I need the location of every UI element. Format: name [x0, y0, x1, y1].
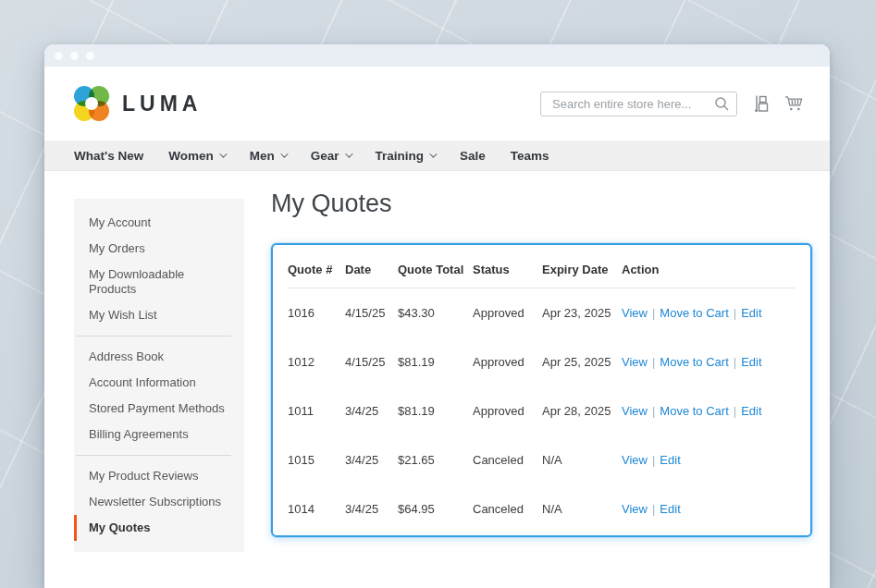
cell-date: 3/4/25: [345, 484, 398, 533]
cell-status: Approved: [473, 288, 542, 337]
table-row: 1011 3/4/25 $81.19 Approved Apr 28, 2025…: [288, 386, 796, 435]
action-separator: |: [652, 306, 655, 320]
action-view-link[interactable]: View: [622, 355, 648, 369]
nav-item-gear[interactable]: Gear: [311, 149, 351, 163]
cell-actions: View|Edit: [622, 435, 796, 484]
sidebar-item-stored-payment-methods[interactable]: Stored Payment Methods: [74, 396, 244, 422]
luma-logo-text: LUMA: [122, 92, 202, 116]
account-sidebar: My Account My Orders My Downloadable Pro…: [74, 199, 244, 552]
action-view-link[interactable]: View: [622, 453, 648, 467]
table-row: 1012 4/15/25 $81.19 Approved Apr 25, 202…: [288, 337, 796, 386]
window-control-dot[interactable]: [86, 52, 94, 60]
main-nav: What's New Women Men Gear Training Sale …: [44, 141, 830, 171]
sidebar-item-my-wish-list[interactable]: My Wish List: [74, 302, 244, 328]
action-edit-link[interactable]: Edit: [660, 502, 680, 516]
action-edit-link[interactable]: Edit: [741, 355, 761, 369]
quick-order-icon[interactable]: [752, 94, 770, 114]
col-header-status: Status: [473, 251, 542, 288]
cell-status: Canceled: [473, 484, 542, 533]
sidebar-item-my-account[interactable]: My Account: [74, 210, 244, 236]
search-input[interactable]: [540, 92, 737, 116]
action-separator: |: [652, 404, 655, 418]
sidebar-divider: [76, 455, 231, 456]
nav-item-whats-new[interactable]: What's New: [74, 149, 143, 163]
search-box: [540, 92, 737, 116]
nav-label: Women: [168, 149, 214, 163]
cell-quote-number: 1011: [288, 386, 345, 435]
action-view-link[interactable]: View: [622, 404, 648, 418]
action-separator: |: [734, 306, 736, 320]
chevron-down-icon: [219, 150, 227, 157]
main-panel: My Quotes Quote # Date Quote Total Statu…: [271, 171, 830, 537]
luma-logo[interactable]: LUMA: [74, 86, 202, 121]
action-view-link[interactable]: View: [622, 502, 648, 516]
nav-item-training[interactable]: Training: [376, 149, 436, 163]
nav-label: Sale: [460, 149, 486, 163]
cell-quote-total: $81.19: [398, 337, 473, 386]
sidebar-item-my-orders[interactable]: My Orders: [74, 236, 244, 262]
action-edit-link[interactable]: Edit: [741, 404, 761, 418]
sidebar-item-account-information[interactable]: Account Information: [74, 370, 244, 396]
cell-status: Approved: [473, 337, 542, 386]
window-control-dot[interactable]: [70, 52, 79, 60]
nav-label: What's New: [74, 149, 143, 163]
action-separator: |: [734, 355, 736, 369]
nav-label: Gear: [311, 149, 339, 163]
quotes-table: Quote # Date Quote Total Status Expiry D…: [288, 251, 796, 533]
col-header-date: Date: [345, 251, 398, 288]
browser-window: LUMA: [44, 44, 830, 588]
cell-date: 3/4/25: [345, 435, 398, 484]
store-header: LUMA: [44, 67, 830, 141]
header-actions: [540, 92, 803, 116]
cart-icon[interactable]: [784, 95, 803, 113]
col-header-action: Action: [622, 251, 796, 288]
cell-date: 3/4/25: [345, 386, 398, 435]
table-row: 1016 4/15/25 $43.30 Approved Apr 23, 202…: [288, 288, 796, 337]
window-control-dot[interactable]: [55, 52, 63, 60]
cell-expiry-date: N/A: [542, 435, 622, 484]
action-edit-link[interactable]: Edit: [741, 306, 761, 320]
quotes-table-card: Quote # Date Quote Total Status Expiry D…: [271, 243, 812, 537]
action-move-to-cart-link[interactable]: Move to Cart: [660, 355, 728, 369]
nav-item-men[interactable]: Men: [250, 149, 286, 163]
nav-label: Men: [250, 149, 275, 163]
chevron-down-icon: [429, 150, 437, 157]
action-move-to-cart-link[interactable]: Move to Cart: [660, 404, 728, 418]
page-title: My Quotes: [271, 186, 814, 221]
action-edit-link[interactable]: Edit: [660, 453, 680, 467]
action-separator: |: [652, 453, 655, 467]
table-row: 1015 3/4/25 $21.65 Canceled N/A View|Edi…: [288, 435, 796, 484]
cell-actions: View|Move to Cart|Edit: [622, 386, 796, 435]
cell-quote-total: $43.30: [398, 288, 473, 337]
sidebar-item-my-quotes[interactable]: My Quotes: [74, 515, 244, 541]
sidebar-item-billing-agreements[interactable]: Billing Agreements: [74, 422, 244, 447]
cell-quote-number: 1016: [288, 288, 345, 337]
sidebar-item-my-product-reviews[interactable]: My Product Reviews: [74, 463, 244, 489]
table-header-row: Quote # Date Quote Total Status Expiry D…: [288, 251, 796, 288]
cell-quote-total: $64.95: [398, 484, 473, 533]
cell-quote-number: 1014: [288, 484, 345, 533]
action-separator: |: [652, 502, 655, 516]
cell-quote-total: $21.65: [398, 435, 473, 484]
col-header-quote-total: Quote Total: [398, 251, 473, 288]
sidebar-item-my-downloadable-products[interactable]: My Downloadable Products: [74, 262, 244, 302]
sidebar-item-newsletter-subscriptions[interactable]: Newsletter Subscriptions: [74, 489, 244, 515]
action-move-to-cart-link[interactable]: Move to Cart: [660, 306, 728, 320]
chevron-down-icon: [280, 150, 288, 157]
sidebar-divider: [76, 336, 231, 337]
search-icon[interactable]: [714, 96, 730, 116]
cell-date: 4/15/25: [345, 288, 398, 337]
cell-expiry-date: Apr 28, 2025: [542, 386, 622, 435]
nav-label: Training: [376, 149, 425, 163]
col-header-quote: Quote #: [288, 251, 345, 288]
cell-expiry-date: N/A: [542, 484, 622, 533]
sidebar-item-address-book[interactable]: Address Book: [74, 344, 244, 370]
luma-logo-icon: [74, 86, 109, 121]
nav-item-teams[interactable]: Teams: [511, 149, 549, 163]
action-view-link[interactable]: View: [622, 306, 648, 320]
cell-status: Approved: [473, 386, 542, 435]
cell-actions: View|Move to Cart|Edit: [622, 288, 796, 337]
nav-item-sale[interactable]: Sale: [460, 149, 486, 163]
nav-item-women[interactable]: Women: [168, 149, 225, 163]
cell-quote-number: 1015: [288, 435, 345, 484]
